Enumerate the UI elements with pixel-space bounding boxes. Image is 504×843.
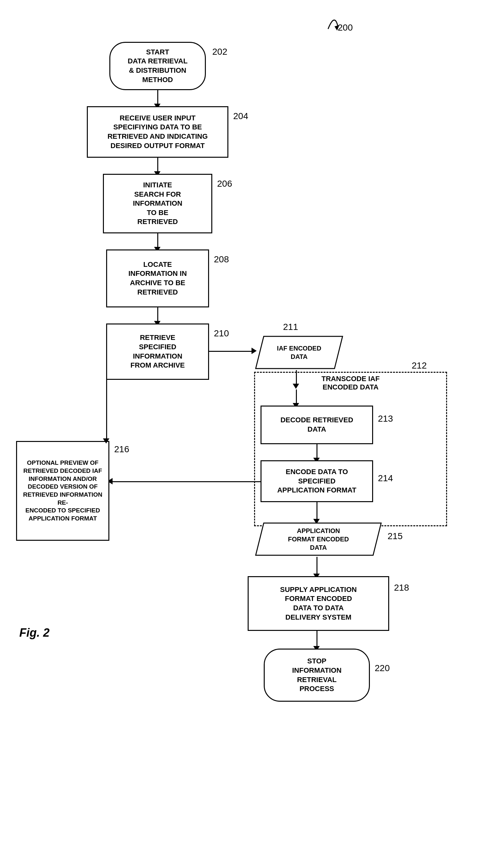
ref-208: 208 bbox=[214, 254, 229, 265]
ref-216: 216 bbox=[114, 444, 129, 455]
arrow-215-218 bbox=[317, 557, 318, 576]
node-206: INITIATE SEARCH FOR INFORMATION TO BE RE… bbox=[103, 174, 212, 233]
ref-206: 206 bbox=[217, 179, 232, 189]
dashed-box-212 bbox=[254, 372, 447, 526]
ref-213: 213 bbox=[378, 414, 393, 424]
diagram-container: 200 START DATA RETRIEVAL & DISTRIBUTION … bbox=[0, 0, 504, 843]
start-node: START DATA RETRIEVAL & DISTRIBUTION METH… bbox=[109, 42, 206, 90]
arrow-214-215 bbox=[317, 502, 318, 522]
node-210: RETRIEVE SPECIFIED INFORMATION FROM ARCH… bbox=[106, 323, 209, 380]
ref-200-arrow bbox=[302, 10, 341, 35]
ref-215: 215 bbox=[388, 531, 403, 541]
arrow-214-216-h bbox=[112, 481, 260, 482]
arrow-210-216-h2 bbox=[63, 441, 107, 442]
ref-210: 210 bbox=[214, 328, 229, 339]
arrowhead-210-216-v bbox=[103, 438, 109, 443]
node-220: STOP INFORMATION RETRIEVAL PROCESS bbox=[264, 649, 370, 702]
ref-211: 211 bbox=[283, 322, 298, 332]
ref-214: 214 bbox=[378, 473, 393, 484]
ref-218: 218 bbox=[394, 583, 409, 593]
transcode-label: TRANSCODE IAF ENCODED DATA bbox=[264, 373, 437, 393]
ref-220: 220 bbox=[375, 663, 390, 673]
node-215: APPLICATION FORMAT ENCODED DATA bbox=[254, 522, 383, 557]
node-204: RECEIVE USER INPUT SPECIFIYING DATA TO B… bbox=[87, 106, 228, 158]
ref-204: 204 bbox=[233, 111, 248, 121]
node-214: ENCODE DATA TO SPECIFIED APPLICATION FOR… bbox=[260, 460, 373, 502]
svg-marker-0 bbox=[335, 25, 339, 31]
fig-label: Fig. 2 bbox=[19, 626, 50, 639]
node-208: LOCATE INFORMATION IN ARCHIVE TO BE RETR… bbox=[106, 249, 209, 308]
node-213: DECODE RETRIEVED DATA bbox=[260, 406, 373, 444]
arrow-210-211 bbox=[209, 351, 254, 352]
node-218: SUPPLY APPLICATION FORMAT ENCODED DATA T… bbox=[248, 576, 389, 631]
node-211: IAF ENCODED DATA bbox=[254, 335, 344, 370]
node-216: OPTIONAL PREVIEW OF RETRIEVED DECODED IA… bbox=[16, 441, 109, 541]
arrow-210-216-v bbox=[106, 351, 107, 442]
ref-212: 212 bbox=[412, 361, 427, 371]
ref-202: 202 bbox=[212, 47, 228, 57]
